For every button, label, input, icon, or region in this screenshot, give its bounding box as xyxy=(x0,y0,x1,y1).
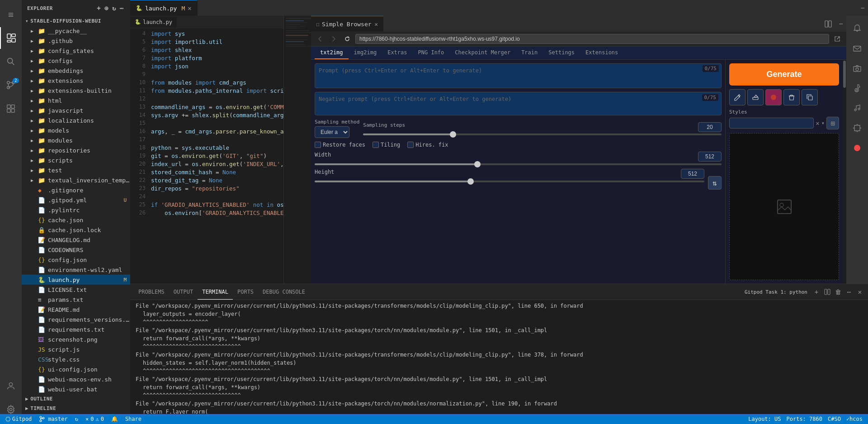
right-circle-red-button[interactable] xyxy=(846,139,868,157)
browser-scrollbar-thumb[interactable] xyxy=(843,61,846,88)
share-status[interactable]: Share xyxy=(123,414,143,424)
tree-file-requirements-versions[interactable]: 📄 requirements_versions.txt xyxy=(22,314,130,324)
generate-button[interactable]: Generate xyxy=(729,63,839,86)
tree-file-gitpod-yml[interactable]: 📄 .gitpod.yml U xyxy=(22,195,130,205)
swap-dimensions-button[interactable]: ⇅ xyxy=(708,176,722,190)
collapse-all-icon[interactable]: ⋯ xyxy=(119,4,125,13)
tree-file-cache-json-lock[interactable]: 🔒 cache.json.lock xyxy=(22,225,130,235)
right-music-button[interactable] xyxy=(846,99,868,117)
editor-more-button[interactable]: ⋯ xyxy=(857,0,868,16)
explorer-button[interactable] xyxy=(0,27,22,49)
tree-folder-javascript[interactable]: ▶ 📁 javascript xyxy=(22,105,130,115)
terminal-tab-output[interactable]: OUTPUT xyxy=(169,284,198,300)
tree-folder-textual-inversion[interactable]: ▶ 📁 textual_inversion_templates xyxy=(22,175,130,185)
styles-clear-button[interactable]: ✕ xyxy=(816,119,819,127)
search-button[interactable] xyxy=(0,51,22,72)
hamburger-menu-button[interactable]: ≡ xyxy=(0,4,22,25)
terminal-add-button[interactable]: + xyxy=(812,287,821,296)
source-control-button[interactable]: 2 xyxy=(0,74,22,96)
sampling-steps-input[interactable] xyxy=(698,122,722,132)
sd-tab-png-info[interactable]: PNG Info xyxy=(413,47,450,59)
browser-url-input[interactable] xyxy=(355,34,829,44)
tree-folder-models[interactable]: ▶ 📁 models xyxy=(22,125,130,135)
editor-sub-tab-file[interactable]: 🐍 launch.py xyxy=(130,17,177,28)
tree-file-style-css[interactable]: CSS style.css xyxy=(22,354,130,364)
editor-tab-launch-py[interactable]: 🐍 launch.py M ✕ xyxy=(130,0,198,16)
width-input[interactable] xyxy=(698,152,722,162)
hires-fix-box[interactable] xyxy=(407,142,414,148)
tree-folder-extensions[interactable]: ▶ 📁 extensions xyxy=(22,76,130,86)
positive-prompt-area[interactable]: Prompt (press Ctrl+Enter or Alt+Enter to… xyxy=(315,63,722,88)
tree-folder-modules[interactable]: ▶ 📁 modules xyxy=(22,135,130,145)
browser-more-button[interactable]: ⋯ xyxy=(835,16,846,32)
tree-folder-pycache[interactable]: ▶ 📁 __pycache__ xyxy=(22,26,130,36)
tree-folder-html[interactable]: ▶ 📁 html xyxy=(22,95,130,105)
terminal-tab-debug-console[interactable]: DEBUG CONSOLE xyxy=(258,284,310,300)
tree-file-ui-config[interactable]: {} ui-config.json xyxy=(22,364,130,374)
tree-folder-scripts[interactable]: ▶ 📁 scripts xyxy=(22,155,130,165)
timeline-section[interactable]: ▶ TIMELINE xyxy=(22,404,130,413)
tree-folder-localizations[interactable]: ▶ 📁 localizations xyxy=(22,115,130,125)
browser-split-button[interactable] xyxy=(821,16,835,32)
sd-tab-txt2img[interactable]: txt2img xyxy=(315,47,349,59)
styles-add-button[interactable]: ⊞ xyxy=(826,117,839,129)
tab-close-button[interactable]: ✕ xyxy=(188,5,191,12)
right-notifications-button[interactable] xyxy=(846,19,868,38)
sd-tab-extras[interactable]: Extras xyxy=(382,47,412,59)
sync-status[interactable]: ↻ xyxy=(73,414,80,424)
terminal-trash-button[interactable]: 🗑 xyxy=(834,287,843,296)
right-mail-button[interactable] xyxy=(846,39,868,57)
new-file-icon[interactable]: + xyxy=(96,4,102,13)
browser-scrollbar[interactable] xyxy=(843,60,846,284)
browser-back-button[interactable] xyxy=(315,33,326,44)
explorer-section-header[interactable]: ▾ STABLE-DIFFUSION-WEBUI xyxy=(22,16,130,26)
tree-file-readme[interactable]: 📝 README.md xyxy=(22,305,130,314)
tree-file-params[interactable]: ≡ params.txt xyxy=(22,295,130,305)
tree-file-screenshot[interactable]: 🖼 screenshot.png xyxy=(22,334,130,344)
tree-file-webui-macos[interactable]: 📄 webui-macos-env.sh xyxy=(22,374,130,384)
terminal-tab-terminal[interactable]: TERMINAL xyxy=(198,284,233,300)
browser-forward-button[interactable] xyxy=(328,33,339,44)
layout-status[interactable]: Layout: US xyxy=(746,416,783,422)
gitpod-status[interactable]: ⎔ Gitpod xyxy=(4,414,33,424)
ports-status[interactable]: Ports: 7860 xyxy=(784,416,824,422)
terminal-tab-ports[interactable]: PORTS xyxy=(233,284,258,300)
tiling-box[interactable] xyxy=(373,142,379,148)
sd-tab-checkpoint-merger[interactable]: Checkpoint Merger xyxy=(449,47,516,59)
accounts-button[interactable] xyxy=(0,375,22,397)
negative-prompt-area[interactable]: Negative prompt (press Ctrl+Enter or Alt… xyxy=(315,92,722,115)
tree-folder-test[interactable]: ▶ 📁 test xyxy=(22,165,130,175)
tree-file-launch-py[interactable]: 🐍 launch.py M xyxy=(22,275,130,285)
height-input[interactable] xyxy=(681,169,704,179)
styles-dropdown-button[interactable]: ▾ xyxy=(821,120,825,126)
sd-tool-pencil-button[interactable] xyxy=(729,89,745,105)
tree-file-requirements[interactable]: 📄 requirements.txt xyxy=(22,324,130,334)
tree-folder-extensions-builtin[interactable]: ▶ 📁 extensions-builtin xyxy=(22,86,130,95)
tree-file-script-js[interactable]: JS script.js xyxy=(22,344,130,354)
terminal-split-button[interactable] xyxy=(823,287,832,296)
tree-file-license[interactable]: 📄 LICENSE.txt xyxy=(22,285,130,295)
height-slider[interactable] xyxy=(315,181,704,182)
sampling-steps-slider[interactable] xyxy=(363,133,722,135)
browser-open-external-button[interactable] xyxy=(832,33,843,44)
extensions-button[interactable] xyxy=(0,98,22,119)
tree-file-webui-user-bat[interactable]: 📄 webui-user.bat xyxy=(22,384,130,394)
restore-faces-checkbox[interactable]: Restore faces xyxy=(315,142,365,148)
browser-refresh-button[interactable] xyxy=(342,33,353,44)
refresh-icon[interactable]: ↻ xyxy=(111,4,117,13)
bell-status[interactable]: 🔔 xyxy=(109,414,120,424)
sd-tool-eraser-button[interactable] xyxy=(747,89,764,105)
tree-folder-repositories[interactable]: ▶ 📁 repositories xyxy=(22,145,130,155)
sd-tab-img2img[interactable]: img2img xyxy=(349,47,382,59)
tree-file-codeowners[interactable]: 📄 CODEOWNERS xyxy=(22,245,130,255)
sd-tab-extensions[interactable]: Extensions xyxy=(580,47,623,59)
tree-folder-config-states[interactable]: ▶ 📁 config_states xyxy=(22,46,130,56)
sampling-method-select[interactable]: Euler a Euler LMS Heun xyxy=(315,126,349,138)
simple-browser-tab[interactable]: ⬚ Simple Browser ✕ xyxy=(311,16,383,32)
sd-tool-copy-button[interactable] xyxy=(802,89,818,105)
tree-file-gitignore[interactable]: ◆ .gitignore xyxy=(22,185,130,195)
height-thumb[interactable] xyxy=(467,178,474,185)
terminal-more-button[interactable]: ⋯ xyxy=(844,287,854,296)
charset-status[interactable]: C#SO xyxy=(826,416,843,422)
tree-file-pylintrc[interactable]: 📄 .pylintrc xyxy=(22,205,130,215)
